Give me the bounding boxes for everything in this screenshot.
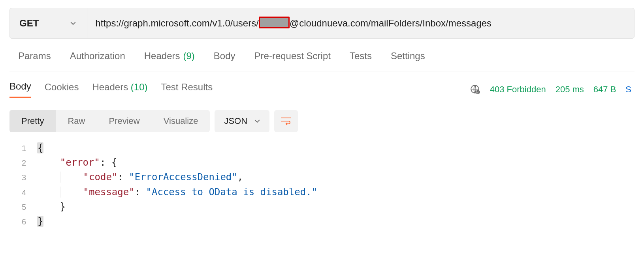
line-number: 5 <box>9 200 37 214</box>
tab-tests-label: Tests <box>350 50 372 62</box>
resp-tab-body[interactable]: Body <box>9 81 31 98</box>
json-string: "ErrorAccessDenied" <box>129 172 237 183</box>
url-part-before: https://graph.microsoft.com/v1.0/users/ <box>95 18 259 29</box>
status-code: 403 Forbidden <box>490 84 546 95</box>
resp-tab-headers[interactable]: Headers (10) <box>92 82 147 97</box>
json-punc: : <box>135 187 146 198</box>
view-mode-segmented: Pretty Raw Preview Visualize <box>9 110 210 132</box>
request-tabs: Params Authorization Headers (9) Body Pr… <box>9 39 635 71</box>
view-raw-label: Raw <box>68 116 85 126</box>
body-format-label: JSON <box>224 116 247 126</box>
response-meta: 403 Forbidden 205 ms 647 B S <box>470 84 635 95</box>
request-url-input[interactable]: https://graph.microsoft.com/v1.0/users/ … <box>87 8 634 38</box>
view-preview-button[interactable]: Preview <box>97 110 151 132</box>
save-response-link[interactable]: S <box>625 84 631 95</box>
wrap-lines-button[interactable] <box>274 110 298 132</box>
view-preview-label: Preview <box>109 116 139 126</box>
json-line: 4 "message": "Access to OData is disable… <box>9 185 635 200</box>
network-icon[interactable] <box>470 84 480 95</box>
view-visualize-button[interactable]: Visualize <box>152 110 210 132</box>
tab-headers-label: Headers <box>144 50 180 62</box>
json-key: "message" <box>83 187 135 198</box>
code-content: { <box>37 141 43 155</box>
resp-tab-cookies[interactable]: Cookies <box>45 82 79 97</box>
view-pretty-button[interactable]: Pretty <box>9 110 56 132</box>
line-number: 3 <box>9 170 37 185</box>
tab-settings-label: Settings <box>391 50 425 62</box>
url-part-after: @cloudnueva.com/mailFolders/Inbox/messag… <box>290 18 491 29</box>
json-line: 2 "error": { <box>9 155 635 170</box>
tab-params-label: Params <box>18 50 51 62</box>
resp-tab-headers-count: (10) <box>131 82 148 92</box>
code-content: "code": "ErrorAccessDenied", <box>37 170 243 185</box>
response-view-row: Pretty Raw Preview Visualize JSON <box>9 98 635 132</box>
tab-authorization[interactable]: Authorization <box>70 50 125 62</box>
json-punc: : { <box>100 157 117 168</box>
json-punc: , <box>237 172 243 183</box>
view-visualize-label: Visualize <box>164 116 198 126</box>
response-body-editor[interactable]: 1 { 2 "error": { 3 "code": "ErrorAccessD… <box>9 132 635 229</box>
line-number: 4 <box>9 185 37 200</box>
tab-tests[interactable]: Tests <box>350 50 372 62</box>
line-number: 1 <box>9 141 37 155</box>
json-key: "error" <box>60 157 100 168</box>
json-line: 3 "code": "ErrorAccessDenied", <box>9 170 635 185</box>
json-string: "Access to OData is disabled." <box>146 187 317 198</box>
request-bar: GET https://graph.microsoft.com/v1.0/use… <box>9 8 635 39</box>
tab-authorization-label: Authorization <box>70 50 125 62</box>
response-time: 205 ms <box>555 84 584 95</box>
redacted-segment <box>259 17 290 28</box>
resp-tab-cookies-label: Cookies <box>45 82 79 92</box>
json-line: 1 { <box>9 141 635 155</box>
resp-tab-test-results[interactable]: Test Results <box>161 82 213 97</box>
view-pretty-label: Pretty <box>21 116 44 126</box>
tab-prerequest-label: Pre-request Script <box>254 50 331 62</box>
resp-tab-headers-label: Headers <box>92 82 128 92</box>
tab-headers[interactable]: Headers (9) <box>144 50 195 62</box>
resp-tab-body-label: Body <box>9 81 31 92</box>
resp-tab-test-results-label: Test Results <box>161 82 213 92</box>
brace-open: { <box>37 142 43 153</box>
http-method-select[interactable]: GET <box>10 8 87 38</box>
tab-prerequest[interactable]: Pre-request Script <box>254 50 331 62</box>
line-number: 2 <box>9 155 37 170</box>
view-raw-button[interactable]: Raw <box>56 110 97 132</box>
json-line: 5 } <box>9 200 635 214</box>
json-punc: : <box>117 172 129 183</box>
chevron-down-icon <box>254 118 260 124</box>
json-key: "code" <box>83 172 118 183</box>
code-content: "error": { <box>37 155 117 170</box>
tab-headers-count: (9) <box>183 50 195 62</box>
tab-params[interactable]: Params <box>18 50 51 62</box>
response-tabs: Body Cookies Headers (10) Test Results <box>9 81 213 98</box>
brace-close: } <box>37 216 43 227</box>
brace-close: } <box>60 201 66 212</box>
line-number: 6 <box>9 214 37 229</box>
chevron-down-icon <box>70 21 76 26</box>
tab-settings[interactable]: Settings <box>391 50 425 62</box>
tab-body-label: Body <box>214 50 235 62</box>
json-line: 6 } <box>9 214 635 229</box>
response-size: 647 B <box>593 84 616 95</box>
code-content: } <box>37 214 43 229</box>
body-format-select[interactable]: JSON <box>215 110 269 132</box>
tab-body[interactable]: Body <box>214 50 235 62</box>
http-method-label: GET <box>19 18 39 29</box>
response-bar: Body Cookies Headers (10) Test Results 4… <box>9 71 635 98</box>
code-content: } <box>37 200 66 214</box>
code-content: "message": "Access to OData is disabled.… <box>37 185 317 200</box>
